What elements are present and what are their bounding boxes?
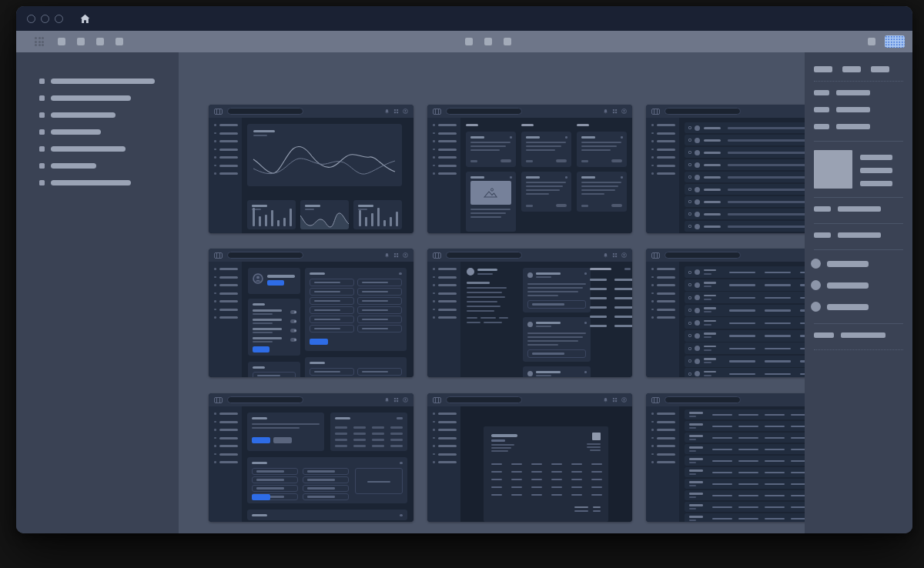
inbox-row <box>685 122 805 133</box>
row-name-bar <box>704 332 716 335</box>
invoice-number-bar <box>491 439 505 442</box>
mini-sidebar-label-bar <box>438 453 457 456</box>
row-label-bar <box>689 435 703 437</box>
row-name-bar <box>704 320 716 322</box>
mini-input-field <box>252 468 298 475</box>
dashboard-card-analytics-dashboard-preview[interactable] <box>209 105 413 233</box>
row-checkbox <box>688 322 691 325</box>
mini-sidebar-bullet <box>651 453 654 456</box>
traffic-light-2[interactable] <box>55 15 63 23</box>
toolbar-button[interactable] <box>504 38 511 45</box>
dashboard-card-invoice-document-preview[interactable] <box>427 393 632 522</box>
kanban-column-title-bar <box>466 124 478 126</box>
row-label-bar <box>689 446 703 449</box>
row-cell-bar <box>765 472 785 473</box>
mini-sidebar-bullet <box>433 132 435 135</box>
inspector-avatar-row-1[interactable] <box>814 280 903 290</box>
toolbar-button[interactable] <box>116 38 123 45</box>
mini-search-input <box>446 396 522 403</box>
sidebar-item-4[interactable] <box>16 145 179 152</box>
toolbar-button[interactable] <box>96 38 104 45</box>
row-sublabel-bar <box>689 473 696 475</box>
field-label-bar <box>814 90 829 95</box>
row-cell-bar <box>791 495 805 496</box>
invoice-cell-bar <box>591 494 602 496</box>
invoice-meta-line <box>590 449 601 451</box>
mini-sidebar-label-bar <box>657 156 675 159</box>
mini-sidebar-label-bar <box>438 421 457 423</box>
mini-sidebar-item <box>646 316 679 319</box>
sidebar-item-label-bar <box>51 146 126 152</box>
inspector-avatar-row-2[interactable] <box>814 302 903 312</box>
profile-name-bar <box>477 269 497 271</box>
toolbar-button[interactable] <box>58 38 65 45</box>
dashboard-card-project-form-preview[interactable] <box>209 393 413 522</box>
kanban-card-pill <box>556 204 567 208</box>
mini-sidebar-bullet <box>651 316 654 319</box>
mini-panel-title-bar <box>310 362 325 364</box>
inspector-tab-1[interactable] <box>842 66 861 72</box>
mini-sidebar-bullet <box>214 132 216 135</box>
mini-sidebar-item <box>209 172 242 175</box>
dashboard-card-settings-profile-preview[interactable] <box>209 249 413 377</box>
inspector-divider <box>814 323 903 324</box>
mini-primary-button <box>253 346 270 352</box>
sidebar-item-2[interactable] <box>16 112 179 118</box>
mini-sidebar-item <box>209 445 242 447</box>
home-icon[interactable] <box>80 14 90 24</box>
mini-panel <box>577 172 627 212</box>
toolbar-button[interactable] <box>868 38 875 45</box>
row-cell-bar <box>791 437 805 439</box>
toolbar-button[interactable] <box>484 38 492 45</box>
invoice-total-label-bar <box>574 510 588 512</box>
mini-sidebar-item <box>427 276 460 279</box>
mini-sidebar-label-bar <box>657 276 675 279</box>
dashboard-card-data-table-preview[interactable] <box>646 393 805 522</box>
row-cell-bar <box>729 348 755 350</box>
sidebar-item-0[interactable] <box>16 78 179 84</box>
setting-label-bar <box>253 319 282 321</box>
toolbar-button[interactable] <box>465 38 473 45</box>
mini-sidebar-label-bar <box>657 445 675 447</box>
mini-sidebar-bullet <box>433 149 435 151</box>
mini-sidebar-bullet <box>433 165 435 167</box>
app-grid-icon[interactable] <box>35 37 44 46</box>
row-avatar <box>695 162 700 168</box>
setting-sublabel-bar <box>253 332 273 333</box>
mini-sidebar-label-bar <box>657 140 675 142</box>
row-cell-bar <box>738 414 758 416</box>
toolbar-right-group <box>868 35 905 48</box>
sidebar-item-1[interactable] <box>16 95 179 101</box>
sidebar-toggle-icon <box>214 252 223 259</box>
sidebar-item-label-bar <box>51 129 101 135</box>
dashboard-card-inbox-list-preview[interactable] <box>646 105 805 233</box>
traffic-light-1[interactable] <box>41 15 49 23</box>
sidebar-item-6[interactable] <box>16 179 179 185</box>
bar-chart-bar <box>259 216 261 226</box>
mini-sidebar-bullet <box>433 461 435 463</box>
dashboard-card-user-table-preview[interactable] <box>646 249 805 377</box>
sidebar-item-5[interactable] <box>16 162 179 169</box>
mini-input-value-bar <box>314 371 340 373</box>
dashboard-card-kanban-board-preview[interactable] <box>427 105 632 233</box>
row-avatar <box>695 187 700 192</box>
dashboard-card-social-feed-preview[interactable] <box>427 249 632 377</box>
inspector-avatar-row-0[interactable] <box>814 259 903 269</box>
mini-sidebar-item <box>646 445 679 447</box>
inspector-tab-2[interactable] <box>871 66 889 72</box>
inspector-tab-0[interactable] <box>814 66 832 72</box>
row-subject-bar <box>728 189 805 191</box>
toolbar-left-group <box>58 38 123 45</box>
mini-sidebar-label-bar <box>438 445 457 447</box>
toolbar-button[interactable] <box>77 38 85 45</box>
sidebar-item-3[interactable] <box>16 129 179 135</box>
traffic-light-0[interactable] <box>27 15 35 23</box>
primary-action-button[interactable] <box>885 35 905 48</box>
mini-app-body <box>427 118 632 233</box>
row-subtext-bar <box>704 336 711 338</box>
inspector-field-row <box>814 124 903 129</box>
media-thumbnail-square[interactable] <box>814 150 852 189</box>
mini-input-field <box>303 493 349 500</box>
row-cell-bar <box>729 335 755 337</box>
mini-input-value-bar <box>362 319 388 321</box>
